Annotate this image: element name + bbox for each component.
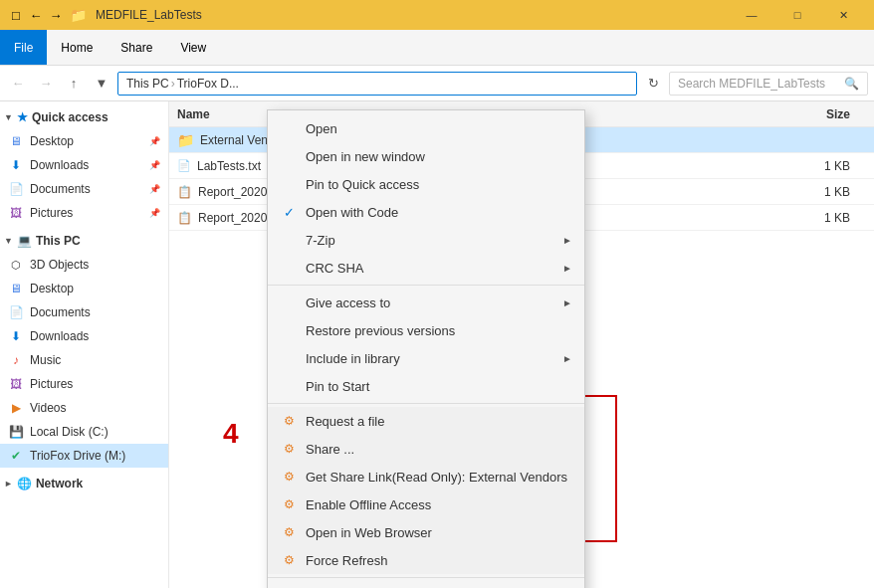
pc-icon: 💻 [17, 234, 32, 248]
ctx-7zip[interactable]: 7-Zip ► [268, 226, 584, 254]
ctx-request-file[interactable]: ⚙ Request a file [268, 407, 584, 435]
sidebar-label-3d: 3D Objects [30, 258, 89, 272]
file-size-report1: 1 KB [786, 185, 866, 199]
sep1 [268, 285, 584, 286]
search-placeholder: Search MEDFILE_LabTests [678, 77, 825, 91]
ribbon-tab-share[interactable]: Share [107, 30, 166, 65]
sidebar-item-triofox[interactable]: ✔ TrioFox Drive (M:) [0, 444, 168, 468]
sidebar-item-pictures[interactable]: 🖼 Pictures 📌 [0, 201, 168, 225]
window-controls: — □ ✕ [729, 0, 866, 30]
ctx-pin-quick[interactable]: Pin to Quick access [268, 170, 584, 198]
ctx-give-access[interactable]: Give access to ► [268, 289, 584, 316]
3dobjects-icon: ⬡ [8, 257, 24, 273]
sidebar-label-localdisk: Local Disk (C:) [30, 425, 109, 439]
sidebar-label-triofox: TrioFox Drive (M:) [30, 449, 125, 463]
title-bar: □ ← → 📁 MEDFILE_LabTests — □ ✕ [0, 0, 874, 30]
ctx-get-share-link[interactable]: ⚙ Get Share Link(Read Only): External Ve… [268, 463, 584, 490]
refresh-button[interactable]: ↻ [641, 72, 665, 96]
pin-icon-pic: 📌 [149, 208, 160, 218]
sidebar-item-documents2[interactable]: 📄 Documents [0, 300, 168, 324]
give-access-icon [280, 294, 298, 311]
star-icon: ★ [17, 110, 28, 124]
up-button[interactable]: ↑ [62, 72, 86, 96]
folder-icon: 📁 [70, 7, 86, 23]
forward-button[interactable]: → [34, 72, 58, 96]
ribbon-tab-file[interactable]: File [0, 30, 47, 65]
pictures-icon: 🖼 [8, 205, 24, 221]
quick-access-header[interactable]: ▼ ★ Quick access [0, 105, 168, 129]
chevron-icon: ▼ [4, 112, 13, 122]
ctx-open-code[interactable]: ✓ Open with Code [268, 198, 584, 226]
ctx-send-to[interactable]: Send to ► [268, 581, 584, 588]
sidebar-item-3dobjects[interactable]: ⬡ 3D Objects [0, 253, 168, 277]
ribbon-tab-home[interactable]: Home [47, 30, 107, 65]
ctx-open-new-window-label: Open in new window [306, 149, 425, 164]
sidebar-label-documents: Documents [30, 182, 91, 196]
col-size-header: Size [786, 107, 866, 121]
ctx-force-refresh[interactable]: ⚙ Force Refresh [268, 546, 584, 574]
sidebar-item-downloads2[interactable]: ⬇ Downloads [0, 324, 168, 348]
quick-access-icon: □ [8, 7, 24, 23]
desktop-icon: 🖥 [8, 133, 24, 149]
sidebar-item-desktop[interactable]: 🖥 Desktop 📌 [0, 129, 168, 153]
ctx-open-new-window[interactable]: Open in new window [268, 142, 584, 170]
ctx-restore[interactable]: Restore previous versions [268, 316, 584, 344]
network-header[interactable]: ► 🌐 Network [0, 472, 168, 495]
ctx-force-refresh-label: Force Refresh [306, 553, 387, 568]
code-check-icon: ✓ [280, 203, 298, 221]
sidebar-item-localdisk[interactable]: 💾 Local Disk (C:) [0, 420, 168, 444]
sidebar-label-pictures: Pictures [30, 206, 73, 220]
ctx-pin-start-label: Pin to Start [306, 379, 369, 394]
force-refresh-icon: ⚙ [280, 551, 298, 569]
7zip-arrow: ► [562, 235, 572, 246]
section-number-badge: 4 [223, 418, 239, 450]
title-bar-icons: □ ← → [8, 7, 64, 23]
quick-access-label: Quick access [32, 110, 109, 124]
crcsha-icon [280, 259, 298, 277]
minimize-button[interactable]: — [729, 0, 774, 30]
ribbon-tab-view[interactable]: View [166, 30, 220, 65]
context-menu: Open Open in new window Pin to Quick acc… [267, 109, 585, 588]
maximize-button[interactable]: □ [774, 0, 820, 30]
txt-icon-labtests: 📄 [177, 159, 191, 172]
sidebar-item-downloads[interactable]: ⬇ Downloads 📌 [0, 153, 168, 177]
back-icon: ← [28, 7, 44, 23]
download-icon: ⬇ [8, 157, 24, 173]
sidebar-item-music[interactable]: ♪ Music [0, 348, 168, 372]
ctx-open-label: Open [306, 121, 337, 136]
ctx-enable-offline[interactable]: ⚙ Enable Offline Access [268, 490, 584, 518]
documents2-icon: 📄 [8, 304, 24, 320]
sidebar-item-pictures2[interactable]: 🖼 Pictures [0, 372, 168, 396]
ctx-open[interactable]: Open [268, 114, 584, 142]
sidebar-item-desktop2[interactable]: 🖥 Desktop [0, 277, 168, 300]
ctx-crcsha[interactable]: CRC SHA ► [268, 254, 584, 282]
sidebar-label-music: Music [30, 353, 61, 367]
recent-button[interactable]: ▼ [90, 72, 113, 96]
ctx-give-access-label: Give access to [306, 295, 390, 310]
desktop2-icon: 🖥 [8, 281, 24, 296]
ctx-request-file-label: Request a file [306, 414, 385, 429]
search-box[interactable]: Search MEDFILE_LabTests 🔍 [669, 72, 868, 96]
documents-icon: 📄 [8, 181, 24, 197]
sidebar-item-videos[interactable]: ▶ Videos [0, 396, 168, 420]
sidebar-label-videos: Videos [30, 401, 66, 415]
downloads2-icon: ⬇ [8, 328, 24, 344]
ctx-open-web[interactable]: ⚙ Open in Web Browser [268, 518, 584, 546]
ctx-pin-start[interactable]: Pin to Start [268, 372, 584, 400]
search-icon: 🔍 [844, 77, 859, 91]
path-triofox: TrioFox D... [177, 77, 239, 91]
ctx-include-lib-label: Include in library [306, 351, 400, 366]
videos-icon: ▶ [8, 400, 24, 416]
this-pc-header[interactable]: ▼ 💻 This PC [0, 229, 168, 253]
ctx-open-web-label: Open in Web Browser [306, 525, 432, 540]
address-path[interactable]: This PC › TrioFox D... [117, 72, 637, 96]
back-button[interactable]: ← [6, 72, 30, 96]
ctx-include-lib[interactable]: Include in library ► [268, 344, 584, 372]
chevron-net-icon: ► [4, 479, 13, 489]
open-web-icon: ⚙ [280, 523, 298, 541]
ctx-share[interactable]: ⚙ Share ... [268, 435, 584, 463]
sidebar-item-documents[interactable]: 📄 Documents 📌 [0, 177, 168, 201]
close-button[interactable]: ✕ [820, 0, 866, 30]
ctx-share-label: Share ... [306, 442, 354, 457]
include-lib-arrow: ► [562, 353, 572, 364]
